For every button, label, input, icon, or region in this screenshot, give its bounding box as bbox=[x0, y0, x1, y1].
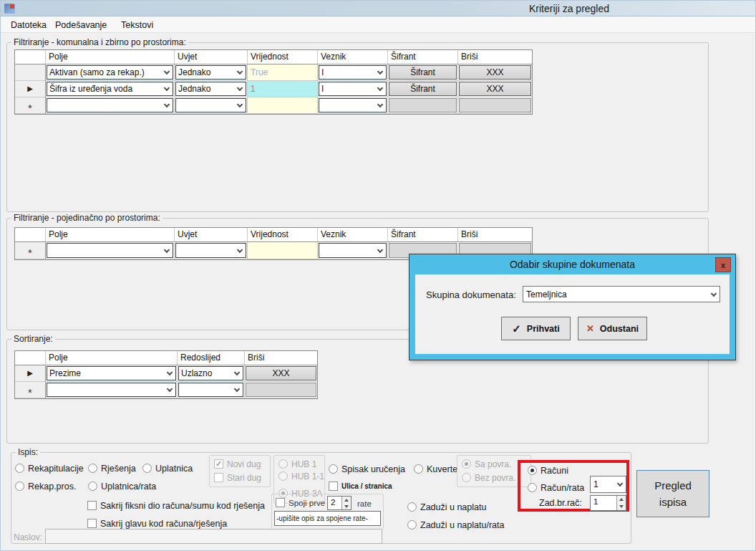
row-selector[interactable]: * bbox=[15, 242, 46, 259]
col-header: Polje bbox=[46, 50, 175, 64]
radio-spisak-urucenja[interactable]: Spisak uručenja bbox=[329, 464, 405, 474]
racun-rata-select[interactable]: 1 bbox=[590, 476, 626, 493]
row-selector[interactable]: * bbox=[15, 382, 46, 398]
radio-icon bbox=[407, 502, 417, 512]
grid-corner bbox=[15, 228, 46, 242]
redoslijed-select[interactable]: Uzlazno bbox=[178, 366, 243, 380]
spinner-up-icon[interactable] bbox=[342, 497, 351, 503]
radio-rjesenja[interactable]: Rješenja bbox=[88, 464, 136, 474]
sifrant-button[interactable]: Šifrant bbox=[389, 82, 457, 96]
radio-uplatnica[interactable]: Uplatnica bbox=[142, 464, 193, 474]
row-selector[interactable]: ▶ bbox=[15, 81, 46, 97]
vrijednost-cell-editing[interactable]: 1 bbox=[248, 81, 318, 97]
sifrant-button[interactable]: Šifrant bbox=[389, 65, 457, 80]
menu-datoteka[interactable]: Datoteka bbox=[8, 19, 49, 31]
chevron-down-icon bbox=[167, 386, 173, 392]
uvjet-select[interactable] bbox=[175, 98, 246, 112]
polje-select[interactable] bbox=[47, 243, 173, 258]
vrijednost-cell[interactable] bbox=[248, 97, 318, 114]
sifrant-button-disabled bbox=[389, 98, 457, 112]
brisi-button[interactable]: XXX bbox=[246, 366, 316, 380]
radio-icon bbox=[278, 459, 288, 469]
col-header: Veznik bbox=[318, 228, 388, 242]
radio-sa-povra: Sa povra. bbox=[462, 459, 511, 469]
polje-select[interactable]: Šifra iz uređenja voda bbox=[47, 82, 173, 96]
radio-zaduzi-naplatu[interactable]: Zaduži u naplatu bbox=[407, 502, 486, 512]
uvjet-select[interactable]: Jednako bbox=[175, 82, 246, 96]
skupina-dokumenata-select[interactable]: Temeljnica bbox=[523, 286, 720, 302]
radio-racun-rata[interactable]: Račun/rata bbox=[528, 483, 584, 493]
veznik-select[interactable]: I bbox=[319, 82, 387, 96]
brisi-button[interactable]: XXX bbox=[459, 82, 531, 96]
checkbox-spoji-prve[interactable]: Spoji prve bbox=[276, 498, 325, 508]
col-header: Polje bbox=[46, 228, 175, 242]
menu-tekstovi[interactable]: Tekstovi bbox=[118, 19, 156, 31]
checkbox-ulica-stranica[interactable]: Ulica / stranica bbox=[329, 481, 392, 491]
polje-select[interactable]: Prezime bbox=[47, 366, 176, 380]
spoji-count-stepper[interactable]: 2 bbox=[327, 496, 352, 510]
col-header: Briši bbox=[245, 351, 317, 365]
dialog-odabir-skupine: Odabir skupine dokumenata x Skupina doku… bbox=[409, 254, 736, 360]
dialog-body: Skupina dokumenata: Temeljnica ✓ Prihvat… bbox=[415, 274, 730, 354]
skupina-dokumenata-label: Skupina dokumenata: bbox=[426, 289, 516, 300]
radio-icon bbox=[278, 471, 288, 481]
chevron-down-icon bbox=[237, 85, 243, 91]
spinner-up-icon[interactable] bbox=[617, 496, 626, 503]
pregled-ispisa-button[interactable]: Pregled ispisa bbox=[636, 470, 709, 517]
radio-kuverte[interactable]: Kuverte bbox=[414, 464, 457, 474]
rate-label: rate bbox=[357, 499, 372, 509]
window-title: Kriteriji za pregled bbox=[529, 3, 609, 14]
spinner-down-icon[interactable] bbox=[342, 503, 351, 509]
chevron-down-icon bbox=[377, 69, 383, 75]
row-selector[interactable] bbox=[15, 64, 46, 81]
col-header: Vrijednost bbox=[248, 50, 318, 64]
radio-rekapitulacije[interactable]: Rekapitulacije bbox=[15, 464, 84, 474]
filter-combined-grid: Polje Uvjet Vrijednost Veznik Šifrant Br… bbox=[14, 49, 533, 115]
redoslijed-select[interactable] bbox=[178, 383, 243, 397]
brisi-button-disabled bbox=[246, 383, 316, 397]
spoji-opis-input[interactable]: -upišite opis za spojene rate- bbox=[274, 511, 381, 526]
group-filter-combined-title: Filtriranje - komunalna i zbirno po pros… bbox=[11, 37, 188, 47]
polje-select[interactable] bbox=[47, 98, 173, 112]
checkmark-icon: ✓ bbox=[512, 322, 521, 335]
chevron-down-icon bbox=[164, 69, 170, 75]
col-header: Šifrant bbox=[388, 228, 458, 242]
spinner-down-icon[interactable] bbox=[617, 503, 626, 510]
radio-icon bbox=[15, 464, 24, 473]
chevron-down-icon bbox=[377, 85, 383, 91]
radio-icon bbox=[528, 483, 537, 492]
brisi-button[interactable]: XXX bbox=[459, 65, 531, 80]
checkbox-sakrij-fiksni[interactable]: Sakrij fiksni dio računa/sumu kod rješen… bbox=[87, 501, 265, 511]
veznik-select[interactable] bbox=[319, 98, 387, 112]
zad-br-rac-stepper[interactable]: 1 bbox=[590, 495, 626, 511]
row-selector[interactable]: * bbox=[15, 97, 46, 114]
radio-racuni[interactable]: Računi bbox=[528, 466, 568, 476]
current-row-icon: ▶ bbox=[27, 85, 33, 92]
brisi-button-disabled bbox=[459, 98, 531, 112]
checkbox-icon bbox=[329, 481, 338, 491]
radio-uplatnica-rata[interactable]: Uplatnica/rata bbox=[88, 481, 156, 492]
naslov-input bbox=[45, 529, 382, 544]
odustani-button[interactable]: ✕ Odustani bbox=[578, 317, 647, 340]
veznik-select[interactable] bbox=[319, 243, 387, 258]
radio-selected-icon bbox=[528, 466, 537, 475]
vrijednost-cell[interactable] bbox=[248, 242, 318, 259]
uvjet-select[interactable]: Jednako bbox=[175, 65, 246, 80]
vrijednost-cell[interactable]: True bbox=[248, 64, 318, 81]
row-selector[interactable]: ▶ bbox=[15, 365, 46, 382]
polje-select[interactable] bbox=[47, 383, 176, 397]
radio-zaduzi-naplatu-rata[interactable]: Zaduži u naplatu/rata bbox=[407, 520, 504, 530]
chevron-down-icon bbox=[237, 69, 243, 75]
radio-icon bbox=[462, 473, 471, 482]
uvjet-select[interactable] bbox=[175, 243, 246, 258]
dialog-title: Odabir skupine dokumenata bbox=[410, 254, 735, 274]
checkbox-sakrij-glavu[interactable]: Sakrij glavu kod računa/rješenja bbox=[87, 519, 227, 529]
veznik-select[interactable]: I bbox=[319, 65, 387, 80]
menu-podesavanje[interactable]: Podešavanje bbox=[52, 19, 110, 31]
radio-rekap-pros[interactable]: Rekap.pros. bbox=[15, 481, 76, 492]
close-icon[interactable]: x bbox=[715, 257, 731, 272]
radio-icon bbox=[407, 520, 417, 530]
prihvati-button[interactable]: ✓ Prihvati bbox=[501, 317, 571, 340]
polje-select[interactable]: Aktivan (samo za rekap.) bbox=[47, 65, 173, 80]
checkbox-icon bbox=[87, 501, 97, 510]
